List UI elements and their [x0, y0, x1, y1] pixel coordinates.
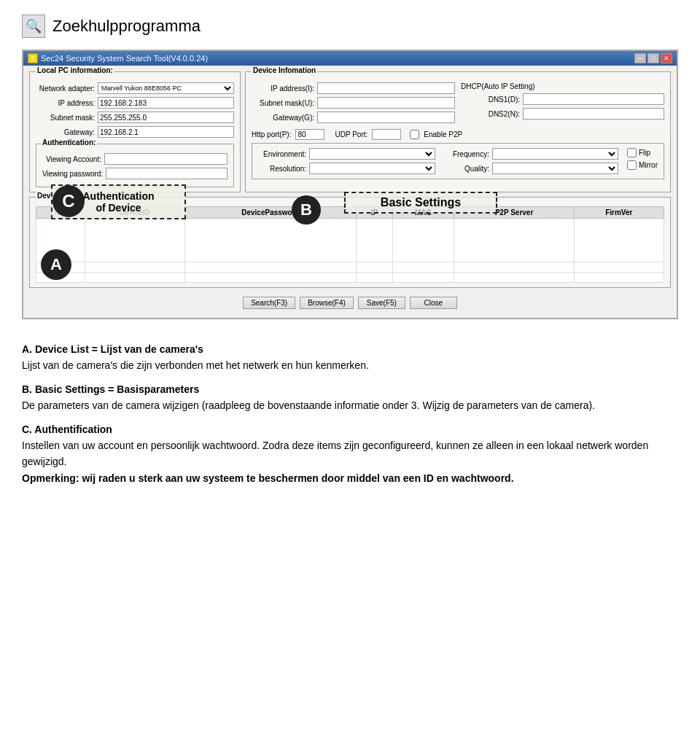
- window-titlebar: S Sec24 Security System Search Tool(V4.0…: [23, 51, 677, 66]
- flip-item: Flip: [627, 148, 658, 157]
- save-button[interactable]: Save(F5): [358, 297, 405, 309]
- section-c-paragraph: C. Authentification Instellen van uw acc…: [22, 421, 678, 487]
- device-subnet-input[interactable]: [317, 97, 455, 109]
- device-subnet-row: Subnet mask(U):: [252, 97, 455, 109]
- gateway-label: Gateway:: [36, 128, 98, 136]
- col-devicepassword: DevicePassword: [184, 207, 357, 219]
- flip-mirror-group: Flip Mirror: [627, 148, 658, 170]
- quality-row: Quality:: [441, 163, 618, 174]
- window-controls: ─ □ ✕: [634, 53, 672, 63]
- network-adapter-row: Network adapter: Marvell Yukon 88E8056 P…: [36, 82, 234, 94]
- table-row: [36, 219, 664, 262]
- section-a-heading: A. Device List = Lijst van de camera's: [22, 343, 203, 355]
- dhcp-row: DHCP(Auto IP Setting): [461, 82, 664, 90]
- annotation-circle-a: A: [41, 249, 71, 280]
- enable-p2p-checkbox[interactable]: [410, 130, 419, 139]
- basic-settings-highlight-box: Basic Settings: [344, 192, 497, 214]
- bottom-buttons: Search(F3) Browse(F4) Save(F5) Close: [29, 292, 671, 312]
- window-title: Sec24 Security System Search Tool(V4.0.0…: [41, 54, 208, 63]
- basic-settings-area: Environment: Resolution: Fre: [252, 143, 664, 179]
- device-ip-input[interactable]: [317, 82, 455, 94]
- gateway-input[interactable]: [98, 126, 234, 138]
- section-c-text1: Instellen van uw account en persoonlijk …: [22, 440, 648, 467]
- device-info-panel: Device Infomation IP address(I): Subnet …: [245, 71, 671, 192]
- close-button[interactable]: Close: [410, 297, 457, 309]
- environment-select[interactable]: [309, 148, 435, 160]
- device-ip-row: IP address(I):: [252, 82, 455, 94]
- resolution-row: Resolution:: [258, 163, 435, 174]
- dns2-label: DNS2(N):: [461, 110, 523, 118]
- authentication-title: Authentication:: [41, 138, 97, 147]
- flip-checkbox[interactable]: [627, 148, 637, 157]
- dhcp-label: DHCP(Auto IP Setting): [461, 82, 535, 90]
- dns2-input[interactable]: [523, 108, 664, 120]
- viewing-account-input[interactable]: [104, 153, 228, 165]
- flip-label: Flip: [639, 149, 650, 157]
- section-c-heading: C. Authentification: [22, 424, 112, 435]
- ip-label: IP address:: [36, 99, 98, 107]
- search-icon: 🔍: [22, 15, 45, 38]
- ip-input[interactable]: [98, 97, 234, 109]
- table-row: [36, 262, 664, 273]
- viewing-password-row: Viewing password:: [42, 168, 228, 179]
- screenshot-container: S Sec24 Security System Search Tool(V4.0…: [22, 50, 678, 319]
- local-pc-panel: Local PC information: Network adapter: M…: [29, 71, 241, 192]
- window-icon: S: [28, 53, 38, 63]
- basic-settings-label: Basic Settings: [381, 196, 461, 208]
- quality-select[interactable]: [492, 163, 618, 174]
- dns1-row: DNS1(D):: [461, 93, 664, 105]
- search-button[interactable]: Search(F3): [243, 297, 295, 309]
- udp-port-input[interactable]: [372, 129, 401, 140]
- frequency-select[interactable]: [492, 148, 618, 160]
- annotation-circle-c: C: [52, 185, 85, 217]
- table-row: [36, 273, 664, 283]
- environment-row: Environment:: [258, 148, 435, 160]
- annotation-circle-b: B: [292, 195, 321, 225]
- resolution-select[interactable]: [309, 163, 435, 174]
- ip-row: IP address:: [36, 97, 234, 109]
- viewing-password-input[interactable]: [106, 168, 228, 179]
- mirror-checkbox[interactable]: [627, 160, 637, 170]
- device-gateway-row: Gateway(G):: [252, 112, 455, 123]
- dns1-label: DNS1(D):: [461, 95, 523, 104]
- section-c-text2: Opmerking: wij raden u sterk aan uw syst…: [22, 472, 514, 484]
- udp-port-label: UDP Port:: [335, 130, 368, 138]
- network-adapter-select[interactable]: Marvell Yukon 88E8056 PC: [98, 82, 234, 94]
- network-adapter-label: Network adapter:: [36, 85, 98, 93]
- top-panels-row: Local PC information: Network adapter: M…: [29, 71, 671, 192]
- dns2-row: DNS2(N):: [461, 108, 664, 120]
- subnet-input[interactable]: [98, 112, 234, 123]
- http-port-input[interactable]: [295, 129, 324, 140]
- mirror-item: Mirror: [627, 160, 658, 170]
- subnet-row: Subnet mask:: [36, 112, 234, 123]
- port-row: Http port(P): UDP Port: Enable P2P: [252, 129, 664, 140]
- resolution-label: Resolution:: [258, 165, 309, 173]
- viewing-account-row: Viewing Account:: [42, 153, 228, 165]
- network-adapter-select-wrap: Marvell Yukon 88E8056 PC: [98, 82, 234, 94]
- enable-p2p-label: Enable P2P: [424, 130, 462, 138]
- dns1-input[interactable]: [523, 93, 664, 105]
- device-gateway-input[interactable]: [317, 112, 455, 123]
- minimize-button[interactable]: ─: [634, 53, 646, 63]
- mirror-label: Mirror: [639, 161, 658, 169]
- quality-label: Quality:: [441, 165, 492, 173]
- subnet-label: Subnet mask:: [36, 114, 98, 122]
- device-ip-label: IP address(I):: [252, 85, 317, 93]
- maximize-button[interactable]: □: [648, 53, 659, 63]
- page-header: 🔍 Zoekhulpprogramma: [22, 15, 678, 38]
- col-firmver: FirmVer: [574, 207, 664, 219]
- section-b-text: De parameters van de camera wijzigen (ra…: [22, 399, 595, 411]
- environment-label: Environment:: [258, 150, 309, 158]
- http-port-label: Http port(P):: [252, 130, 291, 138]
- frequency-row: Frequency:: [441, 148, 618, 160]
- browse-button[interactable]: Browse(F4): [300, 297, 354, 309]
- viewing-password-label: Viewing password:: [42, 170, 106, 178]
- explanation-section: A. Device List = Lijst van de camera's L…: [22, 341, 678, 486]
- gateway-row: Gateway:: [36, 126, 234, 138]
- frequency-label: Frequency:: [441, 150, 492, 158]
- page-title: Zoekhulpprogramma: [52, 17, 201, 36]
- section-b-paragraph: B. Basic Settings = Basisparameters De p…: [22, 381, 678, 414]
- close-window-button[interactable]: ✕: [661, 53, 672, 63]
- local-pc-title: Local PC information:: [36, 66, 114, 74]
- section-b-heading: B. Basic Settings = Basisparameters: [22, 383, 199, 395]
